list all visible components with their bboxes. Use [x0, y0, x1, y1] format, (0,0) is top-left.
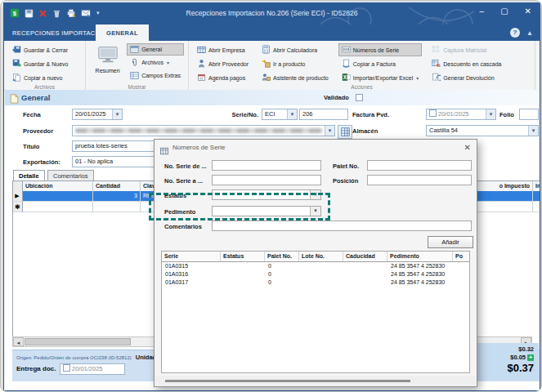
entrega-checkbox[interactable] [63, 364, 70, 372]
close-button[interactable]: ✕ [525, 7, 531, 16]
plus-icon: + [527, 354, 534, 361]
cell-ubicacion[interactable] [23, 191, 93, 202]
agenda-pagos-button[interactable]: Agenda pagos [194, 71, 252, 84]
table-icon [130, 71, 139, 81]
general-view-button[interactable]: General [127, 43, 184, 56]
generar-devolucion-button[interactable]: Generar Devolución [428, 71, 504, 84]
almacen-field[interactable]: Castilla 54▼ [426, 125, 539, 136]
guardar-cerrar-button[interactable]: Guardar & Cerrar [9, 43, 81, 56]
series-table-header: Serie Estatus Palet No. Lote No. Caducid… [162, 252, 469, 262]
save-close-icon [12, 45, 21, 55]
mail-icon[interactable] [81, 8, 91, 18]
importar-exportar-excel-button[interactable]: X Importar/Exportar Excel▾ [338, 71, 423, 84]
trash-icon[interactable] [52, 9, 61, 18]
cell-cantidad[interactable]: 3 [93, 191, 141, 202]
factura-field[interactable]: 20/01/2025▼ [426, 109, 496, 120]
cell-empty[interactable] [23, 202, 93, 212]
dropdown-icon[interactable]: ▼ [287, 109, 297, 119]
guardar-nuevo-button[interactable]: Guardar & Nuevo [9, 57, 81, 70]
validado-label: Validado [324, 94, 349, 101]
ribbon-group-mostrar: Resumen General Archivos▾ Campos Extras [86, 41, 189, 90]
print-icon[interactable] [66, 8, 76, 18]
dropdown-icon[interactable]: ▼ [528, 126, 538, 136]
copy-new-icon [12, 73, 21, 82]
fecha-field[interactable]: 20/01/2025▼ [72, 109, 123, 120]
descuento-cascada-button[interactable]: % Descuento en cascada [428, 57, 504, 70]
dialog-title: Números de Serie [172, 144, 225, 151]
posicion-field[interactable] [367, 175, 472, 185]
validado-checkbox[interactable] [356, 94, 363, 101]
ir-a-producto-button[interactable]: Ir a producto [258, 57, 332, 70]
proveedor-field[interactable]: ▼ [72, 125, 335, 136]
dialog-hscrollbar[interactable] [155, 376, 476, 385]
series-row[interactable]: 01A0316 0 24 85 3547 4 252830 [162, 271, 469, 279]
dropdown-icon[interactable]: ▼ [112, 109, 122, 119]
numeros-serie-button[interactable]: Números de Serie [338, 43, 423, 56]
col-pedimento[interactable]: Pedimento [387, 252, 453, 261]
dropdown-icon[interactable]: ▼ [486, 109, 495, 119]
anadir-button[interactable]: Añadir [428, 236, 473, 248]
app-icon: $ [10, 8, 20, 18]
cell-im[interactable] [533, 191, 540, 202]
help-icon[interactable]: ? [510, 28, 520, 38]
dropdown-icon[interactable]: ▼ [325, 126, 334, 136]
abrir-proveedor-button[interactable]: Abrir Proveedor [194, 57, 252, 70]
col-caducidad[interactable]: Caducidad [343, 252, 387, 261]
group-label-archivos: Archivos [4, 84, 85, 90]
dialog-close-icon[interactable]: ✕ [464, 143, 471, 152]
resumen-button[interactable]: Resumen [91, 43, 124, 82]
tab-recepciones-importacion[interactable]: RECEPCIONES IMPORTACION [12, 29, 107, 37]
col-serie[interactable]: Serie [162, 252, 221, 261]
no-serie-de-field[interactable] [212, 160, 321, 171]
palet-no-label: Palet No. [333, 163, 359, 170]
col-estatus[interactable]: Estatus [221, 252, 265, 261]
posicion-label: Posición [333, 177, 358, 185]
save-icon[interactable] [25, 9, 34, 18]
asistente-producto-button[interactable]: Asistente de producto [258, 71, 332, 84]
scrollbar-thumb[interactable] [25, 338, 131, 345]
proveedor-lookup-button[interactable] [338, 125, 352, 139]
numeros-de-serie-dialog: Números de Serie ✕ No. Serie de ... Pale… [154, 139, 477, 387]
col-lote[interactable]: Lote No. [299, 252, 343, 261]
cell-empty[interactable] [533, 202, 540, 212]
copiar-nuevo-button[interactable]: Copiar a nuevo [9, 71, 81, 84]
abrir-calculadora-button[interactable]: Abrir Calculadora [258, 43, 332, 56]
dialog-title-bar[interactable]: Números de Serie ✕ [155, 140, 477, 156]
serial-numbers-icon [342, 45, 351, 55]
scrollbar-thumb[interactable] [165, 380, 410, 382]
cell-empty[interactable] [93, 202, 141, 212]
comentarios-field[interactable] [212, 220, 472, 231]
collapse-ribbon-icon[interactable]: ▲ [526, 29, 533, 37]
current-row-marker: ▶ [12, 191, 23, 202]
tab-comentarios[interactable]: Comentarios [47, 170, 94, 180]
archivos-dropdown-button[interactable]: Archivos▾ [127, 56, 184, 69]
col-palet[interactable]: Palet No. [265, 252, 299, 261]
no-serie-a-field[interactable] [212, 175, 321, 185]
delete-icon[interactable] [38, 9, 47, 18]
campos-extras-button[interactable]: Campos Extras [127, 69, 184, 82]
folio-field[interactable] [519, 109, 539, 120]
copiar-factura-button[interactable]: Copiar a Factura [338, 57, 423, 70]
abrir-empresa-button[interactable]: Abrir Empresa [194, 43, 252, 56]
series-row[interactable]: 01A0315 0 24 85 3547 4 252830 [162, 263, 469, 271]
col-po[interactable]: Po [453, 252, 469, 261]
minimize-button[interactable]: – [480, 7, 485, 16]
tab-general[interactable]: GENERAL [96, 24, 149, 41]
goto-product-icon [262, 59, 271, 69]
tax-value: $0.05 [510, 354, 526, 361]
captura-matricial-button: Captura Matricial [428, 43, 504, 56]
entrega-field[interactable]: 20/01/2025 [60, 363, 125, 375]
numero-field[interactable]: 206 [299, 109, 348, 120]
palet-no-field[interactable] [367, 160, 472, 171]
ribbon-group-acciones: Abrir Empresa Abrir Proveedor Agenda pag… [189, 41, 535, 90]
tab-detalle[interactable]: Detalle [13, 170, 45, 180]
assistant-icon [262, 73, 271, 82]
scroll-left-icon[interactable]: ◂ [13, 337, 24, 346]
series-row[interactable]: 01A0317 0 24 85 3547 4 252830 [162, 279, 469, 287]
factura-checkbox[interactable] [429, 109, 437, 117]
svg-text:%: % [437, 63, 441, 68]
serie-field[interactable]: ECI▼ [262, 109, 298, 120]
total-value: $0.37 [475, 362, 534, 375]
qat-more-icon[interactable]: ▾ [96, 10, 100, 16]
maximize-button[interactable]: ▢ [500, 7, 508, 16]
